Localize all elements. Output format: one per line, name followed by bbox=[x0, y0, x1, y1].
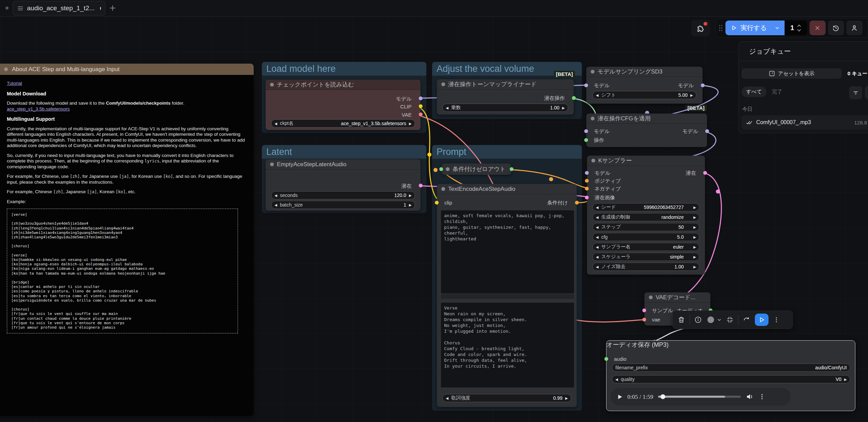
run-button[interactable]: 実行する bbox=[725, 21, 785, 35]
player-menu-icon[interactable] bbox=[759, 393, 765, 400]
collapse-dot[interactable] bbox=[591, 159, 595, 162]
node-latent-apply-operation-cfg[interactable]: 潜在操作CFGを適用 モデル 操作 モデル bbox=[586, 114, 707, 147]
node-load-checkpoint[interactable]: チェックポイントを読み込む モデル CLIP VAE ◀ ckpt名 ace_s… bbox=[266, 80, 420, 130]
show-assets-button[interactable]: アセットを表示 bbox=[742, 68, 842, 79]
input-socket[interactable] bbox=[439, 167, 443, 171]
input-socket-latent-image[interactable] bbox=[585, 196, 589, 199]
tags-textarea[interactable]: anime, soft female vocals, kawaii pop, j… bbox=[441, 210, 574, 293]
prev-arrow-icon[interactable]: ◀ bbox=[596, 93, 599, 97]
node-save-audio-mp3[interactable]: オーディオ保存 (MP3) audio filename_prefix audi… bbox=[606, 340, 855, 411]
output-socket-latent[interactable] bbox=[703, 171, 707, 175]
drag-handle-icon[interactable] bbox=[718, 24, 723, 32]
widget-scheduler[interactable]: ◀スケジューラ simple ▶ bbox=[592, 253, 699, 261]
next-arrow-icon[interactable]: ▶ bbox=[693, 215, 696, 219]
widget-control-after-generate[interactable]: ◀生成後の制御 randomize ▶ bbox=[592, 213, 699, 221]
next-arrow-icon[interactable]: ▶ bbox=[565, 396, 568, 400]
next-arrow-icon[interactable]: ▶ bbox=[844, 378, 847, 381]
next-arrow-icon[interactable]: ▶ bbox=[409, 194, 412, 197]
tutorial-link[interactable]: Tutorial bbox=[7, 81, 22, 86]
widget-steps[interactable]: ◀ステップ 50 ▶ bbox=[592, 223, 699, 231]
widget-seed[interactable]: ◀シード 599602063452727 ▶ bbox=[592, 203, 699, 211]
lyrics-textarea[interactable]: Verse Neon rain on my screen, Dreams com… bbox=[441, 303, 574, 387]
workflow-tab[interactable]: audio_ace_step_1_t2... bbox=[13, 1, 105, 15]
prev-arrow-icon[interactable]: ◀ bbox=[596, 225, 599, 229]
output-socket-model[interactable] bbox=[701, 83, 705, 87]
prev-arrow-icon[interactable]: ◀ bbox=[596, 245, 599, 249]
widget-ckpt-name[interactable]: ◀ ckpt名 ace_step_v1_3.5b.safetensors ▶ bbox=[271, 119, 415, 128]
history-button[interactable] bbox=[828, 21, 844, 35]
next-arrow-icon[interactable]: ▶ bbox=[690, 93, 693, 97]
prev-arrow-icon[interactable]: ◀ bbox=[275, 122, 277, 126]
delete-icon[interactable] bbox=[678, 316, 685, 324]
player-seekbar[interactable] bbox=[658, 396, 741, 398]
menu-icon[interactable] bbox=[17, 5, 24, 12]
prev-arrow-icon[interactable]: ◀ bbox=[596, 235, 599, 239]
output-socket-model[interactable] bbox=[419, 96, 423, 100]
input-socket-vae[interactable] bbox=[642, 318, 646, 321]
prev-arrow-icon[interactable]: ◀ bbox=[446, 106, 449, 110]
collapse-nodes-icon[interactable] bbox=[726, 316, 734, 324]
input-socket-model[interactable] bbox=[584, 83, 588, 87]
input-socket-negative[interactable] bbox=[585, 187, 589, 190]
node-conditioning-zero-out[interactable]: 条件付けゼロアウト bbox=[442, 163, 511, 175]
extensions-button[interactable] bbox=[691, 20, 710, 36]
model-link[interactable]: ace_step_v1_3.5b.safetensors bbox=[7, 106, 70, 111]
refresh-icon[interactable] bbox=[743, 316, 750, 324]
cancel-button[interactable] bbox=[810, 21, 826, 35]
widget-seconds[interactable]: ◀ seconds 120.0 ▶ bbox=[271, 191, 415, 199]
next-arrow-icon[interactable]: ▶ bbox=[409, 122, 412, 126]
prev-arrow-icon[interactable]: ◀ bbox=[275, 203, 277, 207]
widget-quality[interactable]: ◀ quality V0 ▶ bbox=[612, 375, 850, 383]
output-socket-vae[interactable] bbox=[419, 113, 423, 116]
next-arrow-icon[interactable]: ▶ bbox=[562, 106, 565, 110]
note-node[interactable]: About ACE Step and Multi-language Input … bbox=[0, 64, 254, 416]
prev-arrow-icon[interactable]: ◀ bbox=[615, 378, 618, 381]
widget-multiplier[interactable]: ◀ 乗数 1.00 ▶ bbox=[442, 104, 568, 112]
node-color-swatch[interactable] bbox=[706, 315, 722, 324]
prev-arrow-icon[interactable]: ◀ bbox=[596, 255, 599, 259]
next-arrow-icon[interactable]: ▶ bbox=[693, 225, 696, 229]
user-button[interactable] bbox=[846, 21, 863, 35]
output-socket-conditioning[interactable] bbox=[575, 201, 579, 205]
next-arrow-icon[interactable]: ▶ bbox=[693, 255, 696, 259]
prev-arrow-icon[interactable]: ◀ bbox=[596, 215, 599, 219]
input-socket-model[interactable] bbox=[585, 171, 589, 175]
info-icon[interactable] bbox=[694, 316, 702, 324]
queue-item[interactable]: ComfyUI_00007_.mp3 128.8 bbox=[742, 115, 868, 130]
output-socket-operation[interactable] bbox=[572, 96, 576, 100]
new-workflow-button[interactable] bbox=[109, 4, 117, 12]
output-socket-model[interactable] bbox=[705, 129, 709, 133]
input-socket-clip[interactable] bbox=[435, 201, 439, 205]
collapse-dot[interactable] bbox=[441, 82, 445, 86]
input-socket-audio[interactable] bbox=[604, 357, 608, 361]
collapse-dot[interactable] bbox=[446, 167, 450, 171]
input-socket-samples[interactable] bbox=[642, 308, 646, 312]
next-arrow-icon[interactable]: ▶ bbox=[693, 235, 696, 239]
more-options-icon[interactable] bbox=[773, 316, 780, 323]
textarea-resize-handle[interactable] bbox=[441, 294, 574, 299]
output-socket[interactable] bbox=[510, 167, 513, 171]
prev-arrow-icon[interactable]: ◀ bbox=[446, 396, 449, 400]
widget-lyrics-strength[interactable]: ◀ 歌詞強度 0.99 ▶ bbox=[442, 394, 571, 402]
next-arrow-icon[interactable]: ▶ bbox=[693, 265, 696, 269]
node-latent-operation-tonemap[interactable]: 潜在操作トーンマップライナード 潜在操作 ◀ 乗数 1.00 ▶ bbox=[437, 79, 574, 115]
node-ksampler[interactable]: Kサンプラー モデル ポジティブ ネガティブ 潜在画像 潜在 ◀シード 5996… bbox=[587, 156, 705, 275]
input-socket-operation[interactable] bbox=[584, 138, 588, 142]
next-arrow-icon[interactable]: ▶ bbox=[693, 206, 696, 209]
next-arrow-icon[interactable]: ▶ bbox=[693, 245, 696, 249]
widget-denoise[interactable]: ◀ノイズ除去 1.00 ▶ bbox=[592, 263, 699, 271]
collapse-dot[interactable] bbox=[4, 67, 8, 71]
widget-shift[interactable]: ◀ シフト 5.00 ▶ bbox=[592, 91, 696, 99]
output-socket-clip[interactable] bbox=[419, 104, 423, 108]
note-header[interactable]: About ACE Step and Multi-language Input bbox=[0, 64, 254, 75]
collapse-dot[interactable] bbox=[591, 117, 595, 120]
node-model-sampling-sd3[interactable]: モデルサンプリングSD3 モデル モデル ◀ シフト 5.00 ▶ bbox=[586, 67, 703, 104]
prev-arrow-icon[interactable]: ◀ bbox=[596, 206, 599, 209]
widget-batch-size[interactable]: ◀ batch_size 1 ▶ bbox=[271, 201, 415, 209]
batch-count-input[interactable]: 1 bbox=[785, 21, 807, 35]
widget-filename-prefix[interactable]: filename_prefix audio/ComfyUI bbox=[612, 364, 850, 372]
run-selected-button[interactable] bbox=[755, 314, 769, 326]
input-socket-positive[interactable] bbox=[585, 179, 589, 183]
collapse-dot[interactable] bbox=[270, 162, 274, 166]
tab-all[interactable]: すべて bbox=[742, 87, 766, 97]
